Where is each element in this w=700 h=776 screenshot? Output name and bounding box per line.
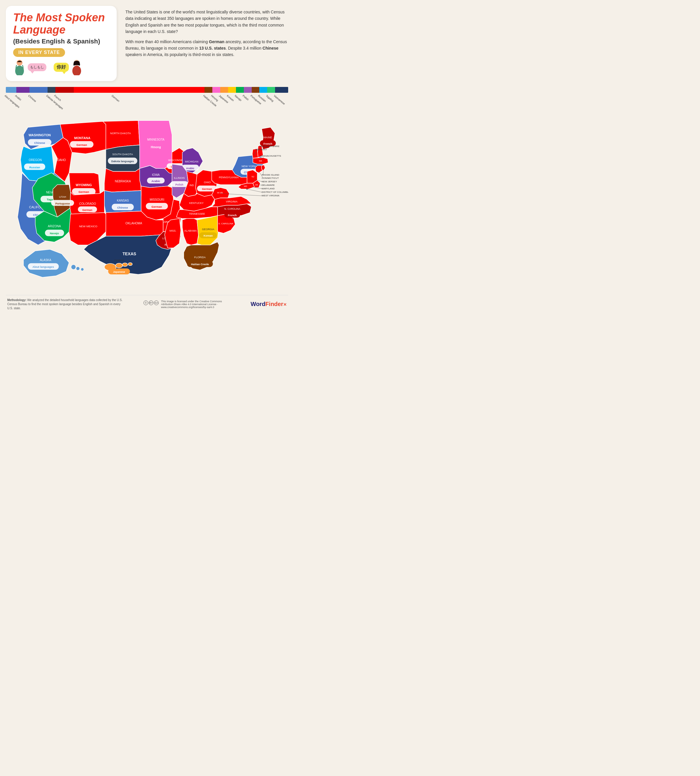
svg-point-3 bbox=[72, 66, 81, 75]
state-south-dakota-label: SOUTH DAKOTA bbox=[112, 153, 133, 156]
state-alaska-label: ALASKA bbox=[40, 259, 51, 262]
person2-icon bbox=[70, 59, 83, 75]
state-idaho-label: IDAHO bbox=[57, 159, 66, 162]
state-kentucky-label: KENTUCKY bbox=[189, 202, 203, 205]
state-florida-label: FLORIDA bbox=[194, 256, 206, 259]
bubble1-text: もしもし bbox=[30, 65, 44, 69]
cc-by-icon: BY bbox=[149, 300, 153, 305]
svg-point-7 bbox=[115, 263, 122, 268]
svg-point-6 bbox=[81, 268, 84, 271]
state-oklahoma-label: OKLAHOMA bbox=[125, 222, 142, 225]
callout-nh-text: NEW HAMPSHIRE bbox=[259, 145, 279, 148]
legend-polish bbox=[244, 87, 252, 93]
state-arizona-label: ARIZONA bbox=[48, 225, 61, 228]
callout-ma-text: MASSACHUSETTS bbox=[260, 155, 281, 157]
state-minnesota-lang: Hmong bbox=[151, 145, 161, 149]
legend-label-vietnamese: Vietnamese bbox=[273, 94, 286, 105]
title-box: The Most Spoken Language (Besides Englis… bbox=[6, 6, 117, 81]
state-indiana-label: IND. bbox=[190, 184, 195, 187]
state-michigan-lang: Arabic bbox=[186, 167, 194, 170]
state-new-jersey-label: NJ bbox=[252, 175, 254, 178]
state-south-carolina-label: S. CAROLINA bbox=[218, 222, 233, 225]
callout-ct-text: CONNECTICUT bbox=[262, 177, 279, 179]
state-wyoming-label: WYOMING bbox=[76, 183, 92, 187]
legend-label-german: German bbox=[111, 94, 120, 103]
legend-french bbox=[55, 87, 74, 93]
state-north-carolina-label: N. CAROLINA bbox=[224, 207, 240, 210]
state-washington-lang: Chinese bbox=[34, 141, 45, 144]
state-delaware-label: DE bbox=[255, 184, 258, 186]
cc-icon: © bbox=[143, 300, 148, 305]
legend-tagalog bbox=[267, 87, 275, 93]
legend-russian bbox=[259, 87, 267, 93]
state-kansas-label: KANSAS bbox=[117, 199, 129, 202]
callout-wv-text: WEST VIRGINIA bbox=[262, 194, 279, 197]
state-oregon-label: OREGON bbox=[28, 159, 42, 162]
state-washington-label: WASHINGTON bbox=[28, 134, 51, 137]
callout-dc-text: DISTRICT OF COLUMBIA bbox=[262, 191, 288, 194]
cc-badge: © BY SA This image is licensed under the… bbox=[143, 300, 231, 309]
legend-japanese bbox=[220, 87, 228, 93]
description-para1: The United States is one of the world's … bbox=[125, 9, 288, 35]
callout-dc bbox=[247, 189, 262, 192]
state-north-dakota bbox=[103, 120, 140, 149]
footer-logo: WordFinder✕ bbox=[250, 301, 287, 307]
description-para2: With more than 40 million Americans clai… bbox=[125, 38, 288, 58]
legend-korean bbox=[228, 87, 236, 93]
state-oregon-lang: Russian bbox=[29, 166, 40, 169]
state-iowa-lang: Arabic bbox=[152, 179, 160, 183]
state-wyoming-lang: German bbox=[78, 190, 89, 194]
title-main: The Most Spoken Language bbox=[13, 12, 109, 36]
state-colorado-label: COLORADO bbox=[79, 202, 96, 205]
legend-haitian bbox=[205, 87, 212, 93]
state-new-york-label: NEW YORK bbox=[242, 165, 256, 167]
svg-point-8 bbox=[122, 263, 127, 266]
state-alabama-label: ALABAMA bbox=[184, 229, 197, 232]
state-hawaii-lang: Japanese bbox=[113, 270, 125, 273]
state-maine-label: MAINE bbox=[264, 136, 272, 139]
legend-dakota bbox=[48, 87, 55, 93]
svg-point-4 bbox=[71, 265, 76, 269]
state-colorado-lang: German bbox=[82, 209, 92, 212]
legend-navajo bbox=[236, 87, 244, 93]
title-sub: (Besides English & Spanish) bbox=[13, 38, 109, 45]
footer-methodology: Methodology: We analyzed the detailed ho… bbox=[7, 298, 124, 310]
callout-md-text: MARYLAND bbox=[262, 187, 275, 190]
legend-german bbox=[74, 87, 205, 93]
callout-de-text: DELAWARE bbox=[262, 184, 275, 187]
state-missouri-lang: German bbox=[152, 205, 162, 208]
description-box: The United States is one of the world's … bbox=[125, 6, 288, 81]
map-wrapper: WASHINGTON Chinese OREGON Russian IDAHO … bbox=[6, 114, 288, 290]
state-missouri-label: MISSOURI bbox=[150, 198, 164, 201]
state-ohio-lang: German bbox=[202, 188, 212, 190]
legend-aleut bbox=[6, 87, 16, 93]
state-illinois-label: ILLINOIS bbox=[174, 177, 185, 179]
state-hawaii-label: HAWAII bbox=[114, 259, 124, 262]
state-ohio-label: OHIO bbox=[204, 181, 211, 184]
state-nebraska-label: NEBRASKA bbox=[115, 180, 131, 183]
legend-arabic bbox=[16, 87, 30, 93]
state-south-dakota-lang: Dakota languages bbox=[112, 160, 134, 163]
title-badge: IN EVERY STATE bbox=[13, 48, 65, 57]
state-north-dakota-label: NORTH DAKOTA bbox=[110, 132, 131, 135]
callout-ri-text: RHODE ISLAND bbox=[262, 174, 279, 176]
state-maryland-label: MD bbox=[244, 185, 247, 187]
state-georgia-lang: Korean bbox=[203, 234, 213, 237]
license-text: This image is licensed under the Creativ… bbox=[161, 300, 231, 309]
bubble2-text: 你好 bbox=[57, 65, 66, 69]
us-map: WASHINGTON Chinese OREGON Russian IDAHO … bbox=[6, 114, 288, 290]
header-section: The Most Spoken Language (Besides Englis… bbox=[6, 6, 288, 81]
state-north-carolina-lang: French bbox=[228, 214, 237, 217]
state-virginia-label: VIRGINIA bbox=[226, 200, 238, 203]
state-alaska-group: ALASKA Aleut languages bbox=[23, 249, 84, 277]
state-wisconsin-label: WISCONSIN bbox=[168, 159, 183, 162]
legend-vietnamese bbox=[275, 87, 288, 93]
state-texas-label: TEXAS bbox=[122, 252, 136, 256]
callout-dc-dot bbox=[247, 189, 248, 190]
state-arizona-lang: Navajo bbox=[50, 232, 59, 235]
svg-point-5 bbox=[76, 267, 80, 270]
state-tennessee-label: TENNESSEE bbox=[189, 212, 205, 215]
state-illinois-lang: Polish bbox=[175, 183, 183, 186]
cc-sa-icon: SA bbox=[154, 300, 159, 305]
title-badge-text: IN EVERY STATE bbox=[18, 50, 60, 55]
